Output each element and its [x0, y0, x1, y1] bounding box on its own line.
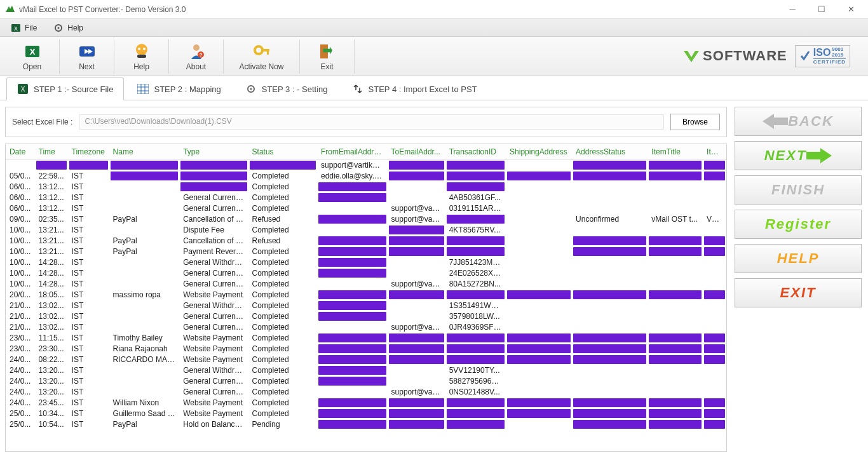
- cell: [109, 279, 180, 290]
- cell: support@vartikas...: [317, 311, 388, 322]
- tab-step1[interactable]: X STEP 1 :- Source File: [6, 77, 124, 100]
- cell: Cancellation of H...: [179, 214, 248, 225]
- table-row[interactable]: 25/0...10:34...ISTGuillermo Saad L...Web…: [6, 408, 726, 419]
- col-3[interactable]: Name: [109, 144, 180, 160]
- maximize-button[interactable]: ☐: [807, 0, 836, 18]
- cell: Completed: [248, 300, 317, 311]
- table-row[interactable]: 21/0...13:02...ISTGeneral Currency...Com…: [6, 311, 726, 322]
- register-button[interactable]: Register: [735, 210, 862, 239]
- cell: 02:35...: [35, 214, 68, 225]
- table-row[interactable]: 02:35ISTPayPalHold on Balance ...Pending…: [6, 160, 726, 171]
- cell: 0JR49369SF8...: [445, 322, 506, 333]
- toolbar-activate[interactable]: Activate Now: [224, 39, 300, 74]
- table-row[interactable]: 06/0...13:12...ISTGeneral WithdrawalComp…: [6, 182, 726, 192]
- cell: 02:35: [35, 160, 68, 171]
- cell: [317, 225, 388, 236]
- table-row[interactable]: 24/0...23:45...ISTWilliam NixonWebsite P…: [6, 398, 726, 408]
- finish-button[interactable]: FINISH: [735, 175, 862, 205]
- col-6[interactable]: FromEmailAddress: [317, 144, 388, 160]
- table-row[interactable]: 20/0...18:05...ISTmassimo ropaWebsite Pa…: [6, 290, 726, 300]
- next-button[interactable]: NEXT: [735, 141, 862, 170]
- data-grid[interactable]: DateTimeTimezoneNameTypeStatusFromEmailA…: [5, 144, 727, 452]
- close-button[interactable]: ✕: [836, 0, 865, 18]
- cell: 13:02...: [35, 311, 68, 322]
- cell: Completed: [248, 408, 317, 419]
- browse-button[interactable]: Browse: [670, 114, 720, 130]
- cell: Riccardo Maross...: [506, 354, 572, 365]
- help-button[interactable]: HELP: [735, 244, 862, 273]
- arrow-right-icon: [806, 148, 832, 163]
- col-8[interactable]: TransactionID: [445, 144, 506, 160]
- cell: [109, 387, 180, 398]
- excel-small-icon: X: [17, 83, 29, 95]
- toolbar-about[interactable]: ? About: [169, 39, 224, 74]
- table-row[interactable]: 06/0...13:12...ISTGeneral Currency...Com…: [6, 203, 726, 214]
- tab-step4[interactable]: STEP 4 : Import Excel to PST: [341, 77, 488, 100]
- table-row[interactable]: 23/0...11:15...ISTTimothy BaileyWebsite …: [6, 333, 726, 344]
- col-7[interactable]: ToEmailAddr...: [388, 144, 445, 160]
- table-row[interactable]: 10/0...14:28...ISTGeneral Currency...Com…: [6, 268, 726, 279]
- cell: 5N857189F72...: [445, 408, 506, 419]
- cell: IST: [68, 311, 109, 322]
- cell: [572, 300, 648, 311]
- cell: IST: [68, 160, 109, 171]
- exit-button[interactable]: EXIT: [735, 278, 862, 307]
- col-5[interactable]: Status: [248, 144, 317, 160]
- cell: IST: [68, 398, 109, 408]
- cell: 10/0...: [6, 279, 35, 290]
- table-row[interactable]: 21/0...13:02...ISTGeneral WithdrawalComp…: [6, 300, 726, 311]
- col-11[interactable]: ItemTitle: [648, 144, 703, 160]
- cell: [648, 279, 703, 290]
- cell: General Withdrawal: [179, 300, 248, 311]
- back-button[interactable]: BACK: [735, 107, 862, 136]
- cell: VAR: [703, 419, 726, 430]
- table-row[interactable]: 24/0...13:20...ISTGeneral Currency...Com…: [6, 387, 726, 398]
- table-row[interactable]: 23/0...23:30...ISTRiana RajaonahWebsite …: [6, 344, 726, 354]
- menu-help[interactable]: Help: [46, 20, 90, 35]
- table-row[interactable]: 21/0...13:02...ISTGeneral Currency...Com…: [6, 322, 726, 333]
- table-row[interactable]: 09/0...02:35...ISTPayPalCancellation of …: [6, 214, 726, 225]
- cell: dkpeall@gmail...: [388, 160, 445, 171]
- col-10[interactable]: AddressStatus: [572, 144, 648, 160]
- table-row[interactable]: 25/0...10:54...ISTPayPalHold on Balance …: [6, 419, 726, 430]
- table-row[interactable]: 24/0...13:20...ISTGeneral WithdrawalComp…: [6, 365, 726, 376]
- col-9[interactable]: ShippingAddress: [506, 144, 572, 160]
- tab-step2[interactable]: STEP 2 : Mapping: [126, 77, 231, 100]
- toolbar-next[interactable]: Next: [60, 39, 114, 74]
- table-row[interactable]: 10/0...13:21...ISTDispute FeeCompletedsu…: [6, 225, 726, 236]
- cell: 13:21...: [35, 225, 68, 236]
- cell: [109, 192, 180, 203]
- col-12[interactable]: ItemI: [703, 144, 726, 160]
- toolbar-exit[interactable]: Exit: [300, 39, 355, 74]
- col-0[interactable]: Date: [6, 144, 35, 160]
- table-row[interactable]: 10/0...13:21...ISTPayPalPayment Reversal…: [6, 246, 726, 257]
- cell: [317, 203, 388, 214]
- table-row[interactable]: 24/0...13:20...ISTGeneral Currency...Com…: [6, 376, 726, 387]
- toolbar-open[interactable]: X Open: [5, 39, 60, 74]
- table-row[interactable]: 06/0...13:12...ISTGeneral Currency...Com…: [6, 192, 726, 203]
- cell: [109, 376, 180, 387]
- svg-text:X: X: [21, 86, 25, 93]
- cell: support@varti...: [388, 344, 445, 354]
- table-row[interactable]: 10/0...13:21...ISTPayPalCancellation of …: [6, 236, 726, 246]
- cell: 03191151AR7...: [445, 203, 506, 214]
- table-row[interactable]: 10/0...14:28...ISTGeneral Currency...Com…: [6, 279, 726, 290]
- tab-step3[interactable]: STEP 3 : - Setting: [234, 77, 339, 100]
- minimize-button[interactable]: ─: [778, 0, 807, 18]
- cell: [703, 311, 726, 322]
- cell: 10/0...: [6, 246, 35, 257]
- file-selector: Select Excel File : C:\Users\ved\Downloa…: [5, 107, 727, 137]
- cell: Cancellation of H...: [179, 236, 248, 246]
- cell: [506, 322, 572, 333]
- menu-file[interactable]: X File: [4, 20, 44, 35]
- table-row[interactable]: 10/0...14:28...ISTGeneral WithdrawalComp…: [6, 257, 726, 268]
- col-2[interactable]: Timezone: [68, 144, 109, 160]
- col-4[interactable]: Type: [179, 144, 248, 160]
- menu-file-label: File: [25, 24, 37, 32]
- col-1[interactable]: Time: [35, 144, 68, 160]
- table-row[interactable]: 24/0...08:22...ISTRICCARDO MAR...Website…: [6, 354, 726, 365]
- toolbar-help[interactable]: Help: [114, 39, 169, 74]
- cell: [109, 365, 180, 376]
- table-row[interactable]: 05/0...22:59...ISTEddie OllaWebsite Paym…: [6, 171, 726, 182]
- cell: [506, 365, 572, 376]
